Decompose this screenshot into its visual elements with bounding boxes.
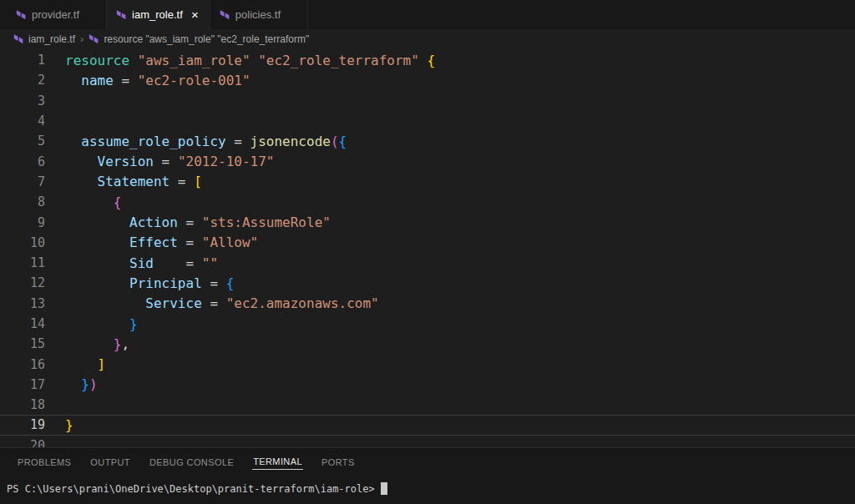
panel-tab-bar: PROBLEMSOUTPUTDEBUG CONSOLETERMINALPORTS: [0, 448, 855, 475]
panel-tab-terminal[interactable]: TERMINAL: [252, 453, 303, 470]
code-text: ]: [65, 356, 105, 372]
code-text: Effect = "Allow": [65, 234, 258, 250]
code-editor[interactable]: 1resource "aws_iam_role" "ec2_role_terra…: [0, 48, 855, 447]
line-number[interactable]: 3: [0, 93, 45, 108]
bottom-panel: PROBLEMSOUTPUTDEBUG CONSOLETERMINALPORTS…: [0, 447, 855, 504]
line-number[interactable]: 6: [0, 154, 45, 169]
code-line-19[interactable]: 19}: [0, 415, 855, 435]
code-line-4[interactable]: 4: [0, 111, 855, 131]
line-number[interactable]: 5: [0, 134, 45, 149]
breadcrumb: iam_role.tf › resource "aws_iam_role" "e…: [0, 29, 855, 48]
line-number[interactable]: 17: [0, 377, 45, 392]
code-text: Version = "2012-10-17": [65, 154, 274, 169]
code-text: }: [65, 316, 138, 332]
code-line-15[interactable]: 15 },: [0, 334, 855, 354]
code-line-9[interactable]: 9 Action = "sts:AssumeRole": [0, 212, 855, 232]
line-number[interactable]: 2: [0, 73, 45, 88]
line-number[interactable]: 9: [0, 215, 45, 230]
code-text: name = "ec2-role-001": [65, 73, 250, 88]
code-line-18[interactable]: 18: [0, 395, 855, 415]
code-line-14[interactable]: 14 }: [0, 314, 855, 334]
line-number[interactable]: 16: [0, 357, 45, 372]
code-line-6[interactable]: 6 Version = "2012-10-17": [0, 151, 855, 171]
panel-tab-problems[interactable]: PROBLEMS: [17, 454, 72, 470]
breadcrumb-separator-icon: ›: [79, 33, 84, 45]
code-line-10[interactable]: 10 Effect = "Allow": [0, 233, 855, 253]
code-text: }: [65, 417, 73, 433]
code-text: }): [65, 376, 98, 392]
code-text: Sid = "": [65, 255, 218, 271]
terraform-icon: [116, 9, 127, 20]
code-text: Action = "sts:AssumeRole": [65, 214, 331, 230]
code-text: Statement = [: [65, 174, 202, 189]
tab-iam_role.tf[interactable]: iam_role.tf×: [107, 0, 210, 29]
code-line-17[interactable]: 17 }): [0, 375, 855, 395]
line-number[interactable]: 14: [0, 316, 45, 331]
vscode-window: provider.tf×iam_role.tf×policies.tf× iam…: [0, 0, 855, 504]
line-number[interactable]: 13: [0, 296, 45, 311]
terraform-file-icon: [13, 33, 24, 44]
tab-policies.tf[interactable]: policies.tf×: [210, 0, 308, 29]
line-number[interactable]: 19: [0, 417, 45, 432]
close-icon[interactable]: ×: [188, 8, 202, 22]
line-number[interactable]: 12: [0, 275, 45, 290]
tab-label: policies.tf: [235, 8, 281, 21]
code-line-20[interactable]: 20: [0, 436, 855, 447]
tab-provider.tf[interactable]: provider.tf×: [7, 0, 107, 29]
code-text: {: [65, 194, 121, 210]
code-line-12[interactable]: 12 Principal = {: [0, 273, 855, 293]
code-text: Service = "ec2.amazonaws.com": [65, 295, 379, 311]
code-line-3[interactable]: 3: [0, 91, 855, 111]
breadcrumb-file[interactable]: iam_role.tf: [28, 33, 75, 45]
tab-label: iam_role.tf: [132, 8, 183, 21]
code-text: resource "aws_iam_role" "ec2_role_terraf…: [65, 53, 435, 68]
panel-tab-output[interactable]: OUTPUT: [89, 454, 131, 470]
editor-tab-bar: provider.tf×iam_role.tf×policies.tf×: [0, 0, 855, 29]
terraform-icon: [220, 9, 230, 20]
line-number[interactable]: 11: [0, 255, 45, 270]
code-line-13[interactable]: 13 Service = "ec2.amazonaws.com": [0, 294, 855, 314]
code-line-16[interactable]: 16 ]: [0, 354, 855, 374]
code-text: },: [65, 336, 129, 352]
terminal[interactable]: PS C:\Users\prani\OneDrive\Desktop\prani…: [0, 482, 855, 495]
line-number[interactable]: 8: [0, 194, 45, 209]
terminal-prompt: PS C:\Users\prani\OneDrive\Desktop\prani…: [7, 483, 375, 495]
line-number[interactable]: 18: [0, 397, 45, 412]
code-line-8[interactable]: 8 {: [0, 192, 855, 212]
line-number[interactable]: 20: [0, 438, 45, 447]
code-text: assume_role_policy = jsonencode({: [65, 134, 347, 149]
panel-tab-ports[interactable]: PORTS: [321, 454, 356, 470]
code-line-1[interactable]: 1resource "aws_iam_role" "ec2_role_terra…: [0, 50, 855, 70]
code-line-5[interactable]: 5 assume_role_policy = jsonencode({: [0, 131, 855, 151]
symbol-icon: [89, 33, 99, 44]
terminal-cursor: [381, 482, 387, 495]
line-number[interactable]: 1: [0, 53, 45, 68]
code-line-2[interactable]: 2 name = "ec2-role-001": [0, 70, 855, 90]
panel-tab-debug-console[interactable]: DEBUG CONSOLE: [149, 454, 235, 470]
breadcrumb-symbol[interactable]: resource "aws_iam_role" "ec2_role_terraf…: [104, 33, 309, 45]
line-number[interactable]: 10: [0, 235, 45, 250]
code-line-11[interactable]: 11 Sid = "": [0, 253, 855, 273]
line-number[interactable]: 7: [0, 174, 45, 189]
code-line-7[interactable]: 7 Statement = [: [0, 172, 855, 192]
tab-label: provider.tf: [32, 8, 79, 21]
code-text: Principal = {: [65, 275, 234, 291]
line-number[interactable]: 15: [0, 336, 45, 351]
terraform-icon: [16, 9, 27, 20]
line-number[interactable]: 4: [0, 113, 45, 129]
